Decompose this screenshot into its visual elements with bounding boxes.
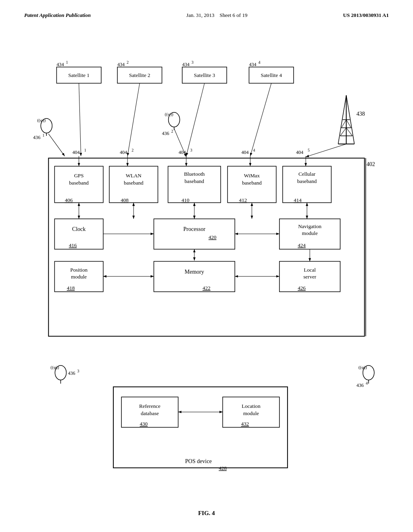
conn-4-sub: 4: [253, 148, 255, 152]
header-sheet: Sheet 6 of 19: [219, 12, 247, 18]
wlan-label2: baseband: [124, 180, 144, 186]
satellite-4-sub: 4: [259, 60, 261, 64]
local-server-label1: Local: [304, 267, 316, 273]
patent-diagram: Satellite 1 434 1 Satellite 2 434 2 Sate…: [24, 35, 389, 500]
antenna-3-signal: ((φ)): [50, 365, 59, 370]
wimax-label2: baseband: [242, 180, 262, 186]
antenna-1-sub: 1: [42, 133, 44, 137]
satellite-3-id: 434: [182, 62, 190, 67]
processor-label: Processor: [184, 226, 206, 232]
page: Patent Application Publication Jan. 31, …: [0, 0, 413, 532]
bt-num: 410: [181, 197, 190, 203]
clock-box: [54, 219, 103, 249]
ref-db-label1: Reference: [139, 403, 161, 409]
satellite-1-label: Satellite 1: [68, 72, 90, 78]
antenna-4-label: 436: [357, 382, 364, 388]
location-num: 432: [241, 421, 249, 427]
antenna-4-sub: 4: [366, 381, 368, 385]
fig-caption-text: FIG. 4: [198, 510, 215, 516]
sat4-line: [250, 83, 271, 156]
satellite-4-label: Satellite 4: [261, 72, 282, 78]
processor-box: [154, 219, 235, 249]
antenna-1-signal: ((φ)): [37, 118, 46, 123]
ref-db-num: 430: [140, 421, 148, 427]
bt-label2: baseband: [185, 178, 204, 184]
position-label2: module: [71, 274, 87, 280]
cellular-num: 414: [294, 197, 302, 203]
wimax-label1: WiMax: [244, 172, 260, 179]
page-header: Patent Application Publication Jan. 31, …: [24, 12, 389, 19]
location-label1: Location: [242, 403, 261, 409]
gps-num: 406: [65, 197, 73, 203]
header-publication-label: Patent Application Publication: [24, 12, 91, 19]
satellite-3-label: Satellite 3: [194, 72, 215, 78]
tower-label: 438: [357, 110, 365, 117]
satellite-1-id: 434: [56, 62, 64, 67]
satellite-1-sub: 1: [66, 60, 68, 64]
location-label2: module: [243, 410, 259, 416]
diagram-area: Satellite 1 434 1 Satellite 2 434 2 Sate…: [24, 35, 389, 502]
figure-caption: FIG. 4: [24, 510, 389, 517]
antenna-3-sub: 3: [77, 369, 79, 373]
conn-1-label: 404: [73, 150, 80, 155]
gps-label1: GPS: [74, 172, 84, 179]
nav-num: 424: [298, 242, 306, 248]
memory-num: 422: [202, 285, 211, 291]
conn-3-sub: 3: [190, 148, 192, 152]
ant1-line: [48, 134, 65, 156]
header-patent-number: US 2013/0030931 A1: [343, 12, 389, 19]
conn-4-label: 404: [241, 150, 248, 155]
header-date: Jan. 31, 2013: [186, 12, 214, 18]
clock-label: Clock: [72, 226, 86, 232]
satellite-4-id: 434: [249, 62, 256, 67]
tower-brace1: [340, 128, 346, 136]
antenna-2-label: 436: [162, 131, 169, 136]
nav-label2: module: [302, 230, 318, 236]
sat2-line: [127, 83, 140, 156]
cellular-label1: Cellular: [298, 171, 316, 177]
antenna-2-sub: 2: [171, 129, 173, 133]
conn-1-sub: 1: [84, 148, 86, 152]
memory-box: [154, 261, 235, 291]
conn-5-sub: 5: [308, 148, 310, 152]
position-num: 418: [67, 285, 75, 291]
nav-label1: Navigation: [298, 223, 321, 229]
antenna-4-signal: ((φ)): [359, 365, 367, 370]
memory-label: Memory: [185, 268, 204, 275]
processor-num: 420: [209, 234, 217, 240]
conn-2-sub: 2: [131, 148, 133, 152]
conn-2-label: 404: [120, 150, 127, 155]
gps-label2: baseband: [69, 180, 89, 186]
cellular-label2: baseband: [297, 178, 317, 184]
wlan-label1: WLAN: [126, 172, 142, 179]
clock-num: 416: [69, 242, 77, 248]
satellite-2-sub: 2: [127, 60, 129, 64]
bt-label1: Bluetooth: [184, 171, 205, 177]
satellite-2-id: 434: [117, 62, 125, 67]
antenna-3-label: 436: [68, 370, 75, 376]
conn-5-label: 404: [296, 150, 303, 155]
tower-brace2: [346, 128, 353, 136]
pos-device-label: POS device: [185, 458, 212, 464]
main-box-id: 402: [367, 161, 375, 167]
conn-3-label: 404: [179, 150, 186, 155]
wlan-num: 408: [121, 197, 129, 203]
wimax-num: 412: [239, 197, 247, 203]
satellite-2-label: Satellite 2: [129, 72, 150, 78]
header-date-sheet: Jan. 31, 2013 Sheet 6 of 19: [186, 12, 247, 19]
antenna-2-signal: ((φ)): [165, 112, 173, 117]
sat3-line: [186, 83, 204, 156]
tower-line: [306, 144, 346, 157]
satellite-3-sub: 3: [192, 60, 194, 64]
sat1-line: [79, 83, 81, 156]
position-label1: Position: [70, 267, 88, 273]
ref-db-label2: database: [141, 410, 159, 416]
antenna-1-label: 436: [33, 135, 40, 140]
local-server-num: 426: [298, 285, 306, 291]
local-server-label2: server: [303, 274, 317, 280]
pos-device-num: 428: [219, 465, 227, 471]
